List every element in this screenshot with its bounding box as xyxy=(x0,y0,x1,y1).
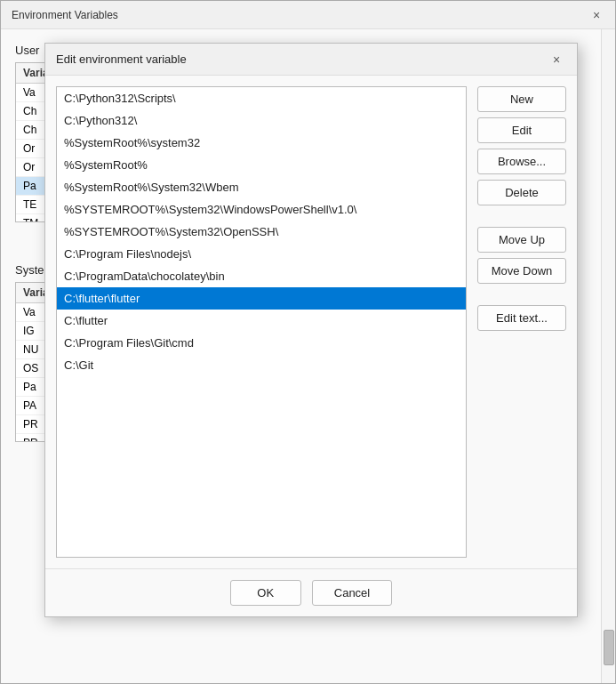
edit-button[interactable]: Edit xyxy=(477,117,566,143)
edit-env-var-dialog: Edit environment variable × C:\Python312… xyxy=(44,43,578,617)
edit-text-button[interactable]: Edit text... xyxy=(477,305,566,331)
modal-titlebar: Edit environment variable × xyxy=(45,44,577,76)
list-item[interactable]: C:\flutter xyxy=(57,310,466,332)
bg-window-scrollbar[interactable] xyxy=(601,29,615,683)
scrollbar-thumb xyxy=(604,630,614,665)
bg-window-title: Environment Variables xyxy=(12,9,118,21)
bg-titlebar: Environment Variables × xyxy=(1,1,615,29)
new-button[interactable]: New xyxy=(477,86,566,112)
list-item-selected[interactable]: C:\flutter\flutter xyxy=(57,287,466,310)
list-item[interactable]: C:\Python312\ xyxy=(57,109,466,132)
list-item[interactable]: %SystemRoot%\System32\Wbem xyxy=(57,176,466,198)
move-up-button[interactable]: Move Up xyxy=(477,227,566,253)
path-list[interactable]: C:\Python312\Scripts\ C:\Python312\ %Sys… xyxy=(56,86,467,558)
modal-ok-button[interactable]: OK xyxy=(230,580,301,606)
modal-footer: OK Cancel xyxy=(45,568,577,616)
list-item[interactable]: C:\Program Files\Git\cmd xyxy=(57,332,466,354)
list-item[interactable]: %SYSTEMROOT%\System32\OpenSSH\ xyxy=(57,221,466,243)
modal-body: C:\Python312\Scripts\ C:\Python312\ %Sys… xyxy=(45,76,577,568)
bg-close-button[interactable]: × xyxy=(588,7,604,23)
modal-title: Edit environment variable xyxy=(56,52,187,66)
list-item[interactable]: C:\Git xyxy=(57,354,466,376)
side-buttons-panel: New Edit Browse... Delete Move Up Move D… xyxy=(477,86,566,558)
browse-button[interactable]: Browse... xyxy=(477,149,566,174)
list-item[interactable]: %SystemRoot% xyxy=(57,154,466,176)
list-item[interactable]: C:\Program Files\nodejs\ xyxy=(57,243,466,265)
list-item[interactable]: %SystemRoot%\system32 xyxy=(57,132,466,154)
modal-cancel-button[interactable]: Cancel xyxy=(312,580,392,606)
list-item[interactable]: C:\ProgramData\chocolatey\bin xyxy=(57,265,466,287)
list-item[interactable]: C:\Python312\Scripts\ xyxy=(57,87,466,109)
move-down-button[interactable]: Move Down xyxy=(477,258,566,284)
list-item[interactable]: %SYSTEMROOT%\System32\WindowsPowerShell\… xyxy=(57,198,466,221)
delete-button[interactable]: Delete xyxy=(477,180,566,205)
modal-close-button[interactable]: × xyxy=(547,50,566,69)
